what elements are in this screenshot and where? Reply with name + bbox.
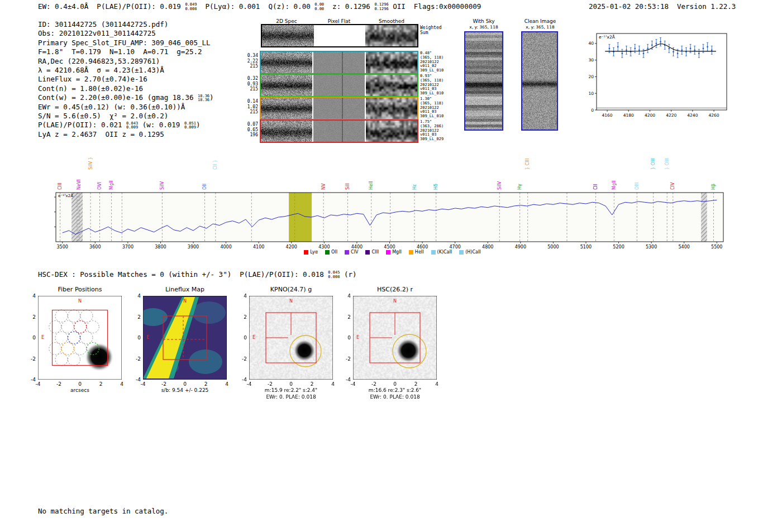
y-tick-labels: -4-2024 (237, 296, 248, 380)
svg-text:} CIII: } CIII (525, 159, 530, 170)
legend-swatch (325, 250, 330, 255)
svg-text:3900: 3900 (188, 245, 199, 250)
y-tick-labels: -4-2024 (131, 296, 142, 380)
y-tick-label: 0 (137, 335, 141, 341)
svg-text:40: 40 (588, 41, 594, 46)
withsky-image (465, 32, 502, 130)
header-plya-qz: P(Lyα): 0.001 Q(z): 0.00 (197, 2, 314, 11)
row2-2dspec-image (261, 75, 312, 96)
y-tick-label: 4 (32, 293, 36, 299)
col-title-2dspec: 2D Spec (261, 18, 312, 24)
plae1-sub: 0.009 (126, 126, 138, 130)
east-label: E (252, 335, 255, 340)
svg-text:4200: 4200 (645, 113, 655, 118)
aperture-row-2 (260, 74, 418, 97)
plae-poii-close: ) (196, 121, 201, 129)
x-tick-label: 0 (78, 381, 82, 387)
svg-text:4240: 4240 (687, 113, 698, 118)
y-tick-label: 2 (244, 314, 247, 320)
x-tick-label: 4 (225, 381, 228, 387)
weighted-sum-label: Weighted Sum (420, 26, 442, 35)
header-flags: OII Flags:0x00000009 (389, 2, 481, 11)
hsc-text: HSC-DEX : Possible Matches = 0 (within +… (38, 270, 328, 279)
svg-text:Hγ: Hγ (517, 184, 522, 190)
signal-to-background-caption: s/b: 9.54 +/- 0.225 (137, 387, 232, 394)
svg-text:SiIV }: SiIV } (88, 157, 93, 170)
svg-text:4300: 4300 (318, 245, 330, 250)
row4-smoothed-image (366, 121, 417, 142)
info-ewr: EWr = 0.45(±0.12) (w: 0.36(±0.10))Å (38, 103, 214, 112)
cutout-title: Fiber Positions (38, 286, 122, 294)
lineflux-map-plot: N E -4-2024 -4-2024 (143, 296, 227, 380)
legend-item: MgII (386, 250, 402, 255)
svg-text:NV: NV (321, 183, 326, 190)
north-label: N (38, 299, 122, 304)
x-tick-label: 0 (393, 381, 397, 387)
qz-error-stack: 0.000.00 (314, 3, 324, 11)
row3-pixelflat-image (313, 98, 365, 119)
plae-stack-1: 0.0430.009 (126, 122, 138, 130)
lineflux-map-image (143, 296, 227, 380)
info-radec: RA,Dec (220.946823,53.289761) (38, 57, 214, 66)
svg-text:e⁻¹⁷x2Å: e⁻¹⁷x2Å (58, 193, 73, 198)
row1-pixelflat-image (313, 52, 365, 73)
header-ew-plae: EW: 0.4±4.0Å P(LAE)/P(OII): 0.019 (38, 2, 185, 11)
east-label: E (146, 335, 149, 340)
row4-pixelflat-image (313, 121, 365, 142)
photometry-caption: m:15.9 re:2.2" s:2.4" EWr: 0. PLAE: 0.01… (244, 387, 338, 400)
svg-text:HeII: HeII (369, 181, 374, 190)
hsc-sub: 0.008 (328, 275, 340, 279)
svg-text:0: 0 (591, 108, 594, 113)
x-tick-label: 4 (120, 381, 123, 387)
z-sub: 0.1296 (374, 7, 388, 11)
legend-item: (K)CaII (431, 250, 452, 255)
x-tick-label: -2 (268, 381, 273, 387)
y-tick-label: -4 (31, 377, 36, 382)
info-plae-poii: P(LAE)/P(OII): 0.021 0.0430.009 (w: 0.01… (38, 121, 214, 130)
legend-swatch (459, 250, 464, 255)
no-match-text: No matching targets in catalog. (38, 507, 168, 516)
row4-left-stats: 0.07 0.65 196 (244, 122, 258, 138)
legend-label: (K)CaII (437, 250, 452, 255)
legend-label: HeII (415, 250, 424, 255)
svg-text:5300: 5300 (646, 245, 657, 250)
plae-error-stack: 0.0490.008 (185, 3, 197, 11)
svg-text:SiIV: SiIV (160, 181, 165, 190)
svg-text:SiIV: SiIV (497, 181, 502, 190)
svg-text:Hβ: Hβ (711, 184, 716, 190)
info-cont-w: Cont(w) = 2.20(±0.00)e-16 (gmag 18.36 18… (38, 93, 214, 102)
plae-poii-mid: (w: 0.019 (138, 121, 184, 129)
svg-text:20: 20 (588, 74, 594, 79)
info-obs: Obs: 20210122v011_3011442725 (38, 29, 214, 38)
row3-left-stats: 0.14 1.02 215 (244, 99, 258, 115)
detection-info-block: ID: 3011442725 (3011442725.pdf) Obs: 202… (38, 20, 214, 139)
row1-right-meta: 0.48" (365, 118) 20210122 v011_02 309_LL… (420, 51, 448, 73)
x-tick-label: -4 (141, 381, 146, 387)
x-tick-label: -4 (36, 381, 41, 387)
y-tick-labels: -4-2024 (26, 296, 37, 380)
info-cont-n: Cont(n) = 1.80(±0.02)e-16 (38, 84, 214, 93)
x-axis-label: arcsecs (32, 387, 127, 394)
legend-swatch (304, 250, 308, 255)
fiber-positions-panel: Fiber Positions N E -4-2024 -4-2024 arcs… (38, 286, 122, 380)
clean-xy: x, y: 365, 118 (512, 25, 568, 30)
svg-text:5500: 5500 (711, 245, 722, 250)
y-tick-label: 2 (347, 314, 351, 320)
east-label: E (41, 335, 44, 340)
info-sn-chi2: S/N = 5.6(±0.5) χ² = 2.0(±0.2) (38, 112, 214, 121)
kpno-g-panel: KPNO(24.7) g N E -4-2024 -4-2024 m:15.9 … (249, 286, 333, 380)
qz-sub: 0.00 (314, 7, 324, 11)
header-summary: EW: 0.4±4.0Å P(LAE)/P(OII): 0.019 0.0490… (38, 2, 481, 11)
svg-text:Hδ: Hδ (433, 184, 438, 190)
withsky-title: With Sky (456, 18, 512, 24)
y-tick-label: -2 (136, 356, 141, 362)
y-tick-label: 4 (137, 293, 141, 299)
clean-title: Clean Image (512, 18, 568, 24)
legend-swatch (431, 250, 436, 255)
svg-text:4700: 4700 (449, 245, 460, 250)
gmag-sub: 18.36 (198, 98, 209, 102)
row2-right-meta: 0.93" (365, 118) 20210122 v011_03 309_LL… (420, 74, 448, 96)
x-tick-label: 0 (289, 381, 293, 387)
hsc-r-image (353, 296, 437, 380)
row2-smoothed-image (366, 75, 417, 96)
